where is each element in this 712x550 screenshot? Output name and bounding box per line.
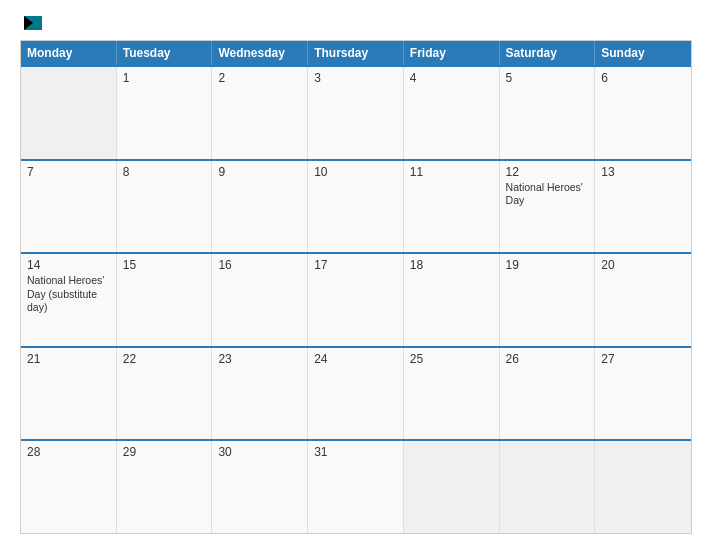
calendar-cell: 10: [308, 161, 404, 253]
day-number: 7: [27, 165, 110, 179]
day-number: 20: [601, 258, 685, 272]
day-number: 5: [506, 71, 589, 85]
calendar-header: MondayTuesdayWednesdayThursdayFridaySatu…: [21, 41, 691, 65]
day-number: 26: [506, 352, 589, 366]
header-saturday: Saturday: [500, 41, 596, 65]
day-number: 28: [27, 445, 110, 459]
calendar-cell: 3: [308, 67, 404, 159]
calendar-cell: 14National Heroes' Day (substitute day): [21, 254, 117, 346]
calendar-cell: 9: [212, 161, 308, 253]
day-number: 11: [410, 165, 493, 179]
header-wednesday: Wednesday: [212, 41, 308, 65]
day-number: 14: [27, 258, 110, 272]
day-number: 31: [314, 445, 397, 459]
calendar-page: MondayTuesdayWednesdayThursdayFridaySatu…: [0, 0, 712, 550]
day-number: 12: [506, 165, 589, 179]
day-number: 16: [218, 258, 301, 272]
page-header: [20, 16, 692, 30]
calendar: MondayTuesdayWednesdayThursdayFridaySatu…: [20, 40, 692, 534]
calendar-cell: 8: [117, 161, 213, 253]
day-number: 18: [410, 258, 493, 272]
calendar-cell: 25: [404, 348, 500, 440]
calendar-cell: 20: [595, 254, 691, 346]
calendar-cell: 29: [117, 441, 213, 533]
header-thursday: Thursday: [308, 41, 404, 65]
day-number: 19: [506, 258, 589, 272]
week-row-1: 123456: [21, 65, 691, 159]
calendar-cell: 2: [212, 67, 308, 159]
calendar-cell: 21: [21, 348, 117, 440]
calendar-cell: [21, 67, 117, 159]
day-number: 3: [314, 71, 397, 85]
calendar-cell: 22: [117, 348, 213, 440]
day-number: 27: [601, 352, 685, 366]
calendar-cell: [500, 441, 596, 533]
calendar-cell: 4: [404, 67, 500, 159]
calendar-cell: 27: [595, 348, 691, 440]
calendar-cell: 23: [212, 348, 308, 440]
header-sunday: Sunday: [595, 41, 691, 65]
day-number: 30: [218, 445, 301, 459]
day-number: 21: [27, 352, 110, 366]
calendar-cell: 19: [500, 254, 596, 346]
day-number: 4: [410, 71, 493, 85]
event-label: National Heroes' Day: [506, 181, 589, 208]
header-monday: Monday: [21, 41, 117, 65]
day-number: 17: [314, 258, 397, 272]
day-number: 1: [123, 71, 206, 85]
calendar-cell: 7: [21, 161, 117, 253]
calendar-cell: 28: [21, 441, 117, 533]
week-row-3: 14National Heroes' Day (substitute day)1…: [21, 252, 691, 346]
day-number: 15: [123, 258, 206, 272]
calendar-cell: 30: [212, 441, 308, 533]
calendar-body: 123456789101112National Heroes' Day1314N…: [21, 65, 691, 533]
header-tuesday: Tuesday: [117, 41, 213, 65]
week-row-2: 789101112National Heroes' Day13: [21, 159, 691, 253]
week-row-4: 21222324252627: [21, 346, 691, 440]
calendar-cell: 6: [595, 67, 691, 159]
event-label: National Heroes' Day (substitute day): [27, 274, 110, 315]
day-number: 2: [218, 71, 301, 85]
day-number: 13: [601, 165, 685, 179]
day-number: 22: [123, 352, 206, 366]
logo-flag-icon: [24, 16, 42, 30]
calendar-cell: 17: [308, 254, 404, 346]
calendar-cell: 26: [500, 348, 596, 440]
calendar-cell: 15: [117, 254, 213, 346]
week-row-5: 28293031: [21, 439, 691, 533]
day-number: 29: [123, 445, 206, 459]
day-number: 8: [123, 165, 206, 179]
calendar-cell: 12National Heroes' Day: [500, 161, 596, 253]
day-number: 9: [218, 165, 301, 179]
day-number: 6: [601, 71, 685, 85]
header-friday: Friday: [404, 41, 500, 65]
calendar-cell: 11: [404, 161, 500, 253]
day-number: 23: [218, 352, 301, 366]
calendar-cell: 18: [404, 254, 500, 346]
day-number: 24: [314, 352, 397, 366]
calendar-cell: 5: [500, 67, 596, 159]
logo: [20, 16, 42, 30]
calendar-cell: [404, 441, 500, 533]
calendar-cell: 24: [308, 348, 404, 440]
calendar-cell: 16: [212, 254, 308, 346]
calendar-cell: 1: [117, 67, 213, 159]
calendar-cell: 13: [595, 161, 691, 253]
day-number: 10: [314, 165, 397, 179]
calendar-cell: [595, 441, 691, 533]
day-number: 25: [410, 352, 493, 366]
calendar-cell: 31: [308, 441, 404, 533]
